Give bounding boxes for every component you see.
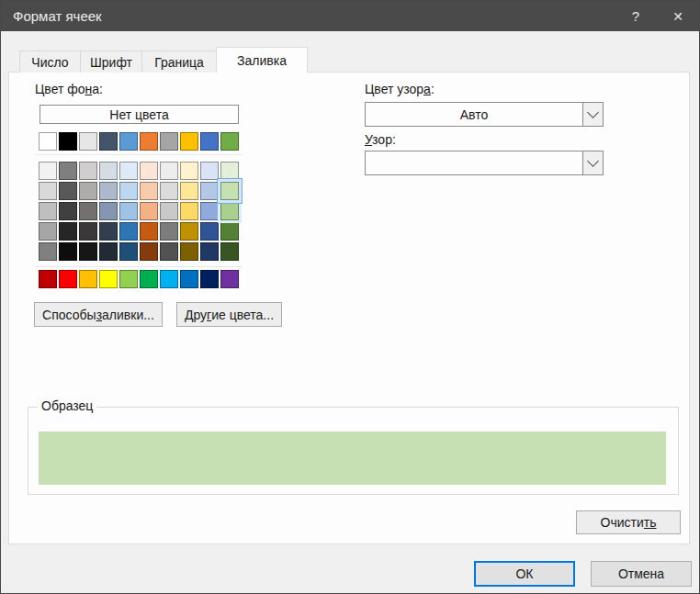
color-swatch[interactable] [160, 222, 178, 241]
tab-fill[interactable]: Заливка [216, 47, 308, 73]
variant-color-row [39, 202, 239, 220]
color-swatch[interactable] [39, 202, 57, 220]
color-swatch[interactable] [119, 202, 138, 220]
color-swatch[interactable] [220, 202, 239, 220]
color-swatch[interactable] [99, 132, 118, 151]
color-swatch[interactable] [79, 162, 97, 180]
color-swatch[interactable] [59, 162, 77, 180]
tab-number[interactable]: Число [19, 50, 81, 73]
color-swatch[interactable] [160, 132, 178, 151]
color-swatch[interactable] [140, 132, 158, 151]
pattern-select[interactable] [365, 151, 604, 175]
color-swatch[interactable] [160, 242, 178, 261]
pattern-dropdown-button[interactable] [582, 151, 603, 174]
color-swatch[interactable] [160, 270, 178, 288]
color-swatch[interactable] [140, 182, 158, 200]
color-swatch[interactable] [119, 162, 138, 180]
color-swatch[interactable] [180, 132, 198, 151]
color-swatch[interactable] [59, 270, 77, 288]
color-swatch[interactable] [59, 202, 77, 220]
color-swatch[interactable] [180, 222, 198, 241]
color-swatch[interactable] [140, 202, 158, 220]
label-text: Цвет узор [365, 82, 423, 96]
theme-colors-row [39, 132, 239, 151]
color-swatch[interactable] [200, 132, 219, 151]
fill-effects-button[interactable]: Способы заливки... [34, 302, 163, 327]
tab-font[interactable]: Шрифт [80, 50, 142, 73]
tab-label: Граница [154, 55, 204, 70]
color-swatch[interactable] [180, 162, 198, 180]
pattern-value [366, 151, 582, 174]
clear-button[interactable]: Очистить [576, 510, 681, 534]
color-swatch[interactable] [160, 182, 178, 200]
color-swatch[interactable] [140, 242, 158, 261]
color-swatch[interactable] [39, 162, 57, 180]
color-swatch[interactable] [39, 270, 57, 288]
color-swatch[interactable] [180, 242, 198, 261]
button-text: ие цвета... [211, 308, 274, 322]
color-swatch[interactable] [59, 182, 77, 200]
color-swatch[interactable] [180, 270, 198, 288]
pattern-color-select[interactable]: Авто [365, 102, 604, 127]
color-swatch[interactable] [99, 162, 118, 180]
color-swatch[interactable] [200, 162, 219, 180]
background-color-label: Цвет фона: [35, 82, 103, 96]
color-swatch[interactable] [160, 202, 178, 220]
color-swatch[interactable] [99, 182, 118, 200]
color-swatch[interactable] [39, 222, 57, 241]
color-swatch[interactable] [79, 202, 97, 220]
color-swatch[interactable] [220, 182, 239, 200]
color-swatch[interactable] [140, 162, 158, 180]
pattern-color-dropdown-button[interactable] [582, 103, 603, 126]
color-swatch[interactable] [220, 162, 239, 180]
pattern-label: Узор: [365, 132, 396, 147]
close-button[interactable]: ✕ [657, 1, 699, 31]
color-swatch[interactable] [119, 132, 138, 151]
help-icon: ? [632, 8, 639, 24]
color-swatch[interactable] [79, 270, 97, 288]
color-swatch[interactable] [200, 222, 219, 241]
color-swatch[interactable] [119, 242, 138, 261]
color-swatch[interactable] [79, 222, 97, 241]
color-swatch[interactable] [140, 270, 158, 288]
color-swatch[interactable] [39, 242, 57, 261]
ok-button[interactable]: ОК [474, 561, 575, 587]
color-swatch[interactable] [59, 242, 77, 261]
color-swatch[interactable] [220, 222, 239, 241]
color-swatch[interactable] [79, 242, 97, 261]
tab-label: Заливка [237, 53, 287, 68]
color-swatch[interactable] [59, 222, 77, 241]
color-swatch[interactable] [140, 222, 158, 241]
color-swatch[interactable] [39, 182, 57, 200]
cancel-button[interactable]: Отмена [591, 561, 692, 587]
color-swatch[interactable] [200, 270, 219, 288]
no-color-label: Нет цвета [109, 107, 168, 122]
color-swatch[interactable] [180, 182, 198, 200]
color-swatch[interactable] [39, 132, 57, 151]
tab-border[interactable]: Граница [141, 50, 217, 73]
color-swatch[interactable] [99, 202, 118, 220]
color-swatch[interactable] [79, 182, 97, 200]
color-swatch[interactable] [99, 270, 118, 288]
color-swatch[interactable] [220, 270, 239, 288]
color-swatch[interactable] [200, 182, 219, 200]
color-swatch[interactable] [99, 222, 118, 241]
color-swatch[interactable] [119, 270, 138, 288]
color-swatch[interactable] [119, 222, 138, 241]
more-colors-button[interactable]: Другие цвета... [176, 302, 282, 327]
color-swatch[interactable] [200, 202, 219, 220]
color-swatch[interactable] [119, 182, 138, 200]
color-swatch[interactable] [160, 162, 178, 180]
color-swatch[interactable] [220, 242, 239, 261]
color-swatch[interactable] [220, 132, 239, 151]
no-color-button[interactable]: Нет цвета [40, 105, 239, 124]
dialog-title: Формат ячеек [13, 8, 102, 24]
color-swatch[interactable] [79, 132, 97, 151]
help-button[interactable]: ? [615, 1, 657, 31]
color-swatch[interactable] [200, 242, 219, 261]
color-swatch[interactable] [180, 202, 198, 220]
variant-color-row [39, 222, 239, 241]
color-swatch[interactable] [99, 242, 118, 261]
label-text: зор: [372, 132, 396, 147]
color-swatch[interactable] [59, 132, 77, 151]
